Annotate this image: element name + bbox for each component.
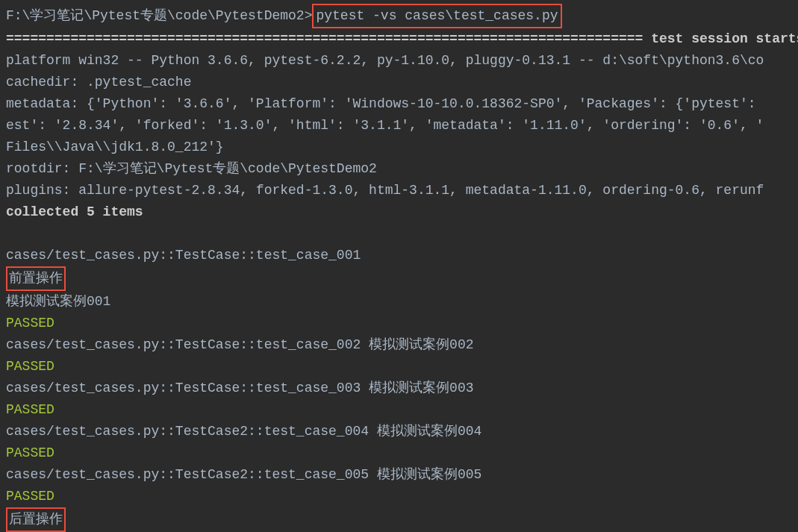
metadata-line-3: Files\\Java\\jdk1.8.0_212'} [6,137,792,158]
test-5-output: 模拟测试案例005 [377,467,481,482]
prompt-path: F:\学习笔记\Pytest专题\code\PytestDemo2> [6,8,312,23]
test-2-line: cases/test_cases.py::TestCase::test_case… [6,334,792,356]
platform-line: platform win32 -- Python 3.6.6, pytest-6… [6,50,792,72]
teardown-text: 后置操作 [9,512,63,527]
teardown-line: 后置操作 [6,507,792,532]
session-header: ========================================… [6,28,792,50]
teardown-highlight: 后置操作 [6,507,66,532]
setup-line: 前置操作 [6,266,792,291]
test-1-passed: PASSED [6,313,792,334]
test-5-id: cases/test_cases.py::TestCase2::test_cas… [6,467,377,482]
command-highlight: pytest -vs cases\test_cases.py [312,4,561,28]
test-1-id: cases/test_cases.py::TestCase::test_case… [6,245,792,266]
test-4-line: cases/test_cases.py::TestCase2::test_cas… [6,421,792,442]
collected-line: collected 5 items [6,201,792,223]
test-3-output: 模拟测试案例003 [369,381,473,395]
test-3-id: cases/test_cases.py::TestCase::test_case… [6,381,369,395]
test-3-passed: PASSED [6,399,792,421]
test-5-passed: PASSED [6,486,792,507]
test-2-passed: PASSED [6,356,792,378]
test-4-passed: PASSED [6,442,792,464]
rootdir-line: rootdir: F:\学习笔记\Pytest专题\code\PytestDem… [6,158,792,180]
plugins-line: plugins: allure-pytest-2.8.34, forked-1.… [6,180,792,201]
session-header-pre: ========================================… [6,31,651,46]
setup-text: 前置操作 [9,271,63,286]
test-1-output: 模拟测试案例001 [6,291,792,313]
cachedir-line: cachedir: .pytest_cache [6,72,792,93]
command-text: pytest -vs cases\test_cases.py [316,8,558,23]
test-2-id: cases/test_cases.py::TestCase::test_case… [6,337,369,352]
metadata-line-2: est': '2.8.34', 'forked': '1.3.0', 'html… [6,115,792,137]
command-line[interactable]: F:\学习笔记\Pytest专题\code\PytestDemo2>pytest… [6,4,792,28]
session-header-text: test session starts [651,31,798,46]
test-3-line: cases/test_cases.py::TestCase::test_case… [6,378,792,399]
test-5-line: cases/test_cases.py::TestCase2::test_cas… [6,464,792,486]
metadata-line-1: metadata: {'Python': '3.6.6', 'Platform'… [6,93,792,115]
test-2-output: 模拟测试案例002 [369,337,473,352]
setup-highlight: 前置操作 [6,266,66,291]
blank-line [6,223,792,245]
test-4-id: cases/test_cases.py::TestCase2::test_cas… [6,424,377,439]
test-4-output: 模拟测试案例004 [377,424,481,439]
